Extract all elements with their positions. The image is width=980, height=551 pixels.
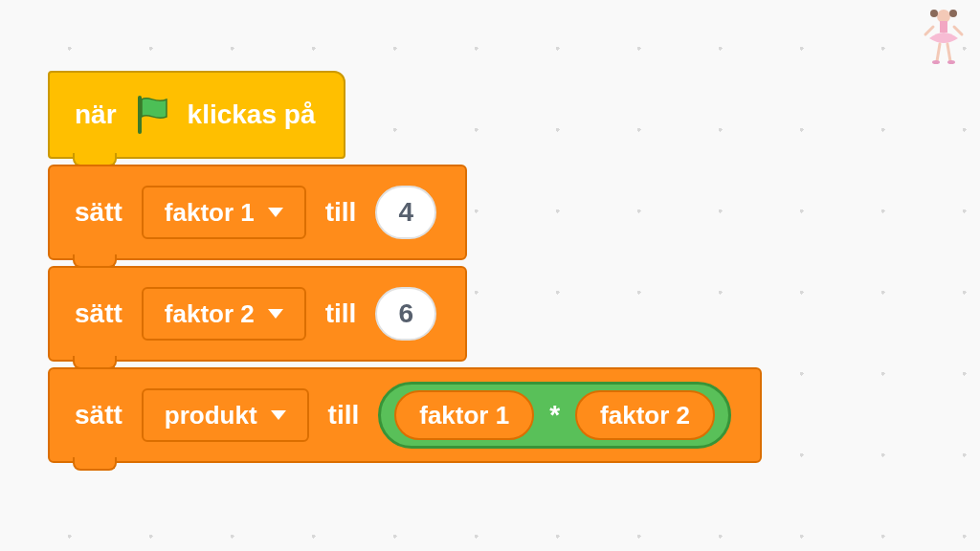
hat-suffix-label: klickas på [188, 99, 316, 130]
svg-point-8 [932, 60, 940, 64]
to-label: till [325, 197, 357, 228]
set-variable-block[interactable]: sätt faktor 2 till 6 [48, 266, 467, 362]
svg-rect-3 [940, 21, 947, 33]
variable-dropdown[interactable]: faktor 2 [142, 287, 306, 341]
svg-line-7 [947, 44, 950, 61]
number-input[interactable]: 6 [375, 287, 436, 341]
scratch-workspace[interactable]: när klickas på sätt faktor 1 till 4 sät [0, 0, 980, 551]
variable-dropdown[interactable]: produkt [142, 388, 309, 442]
to-label: till [328, 400, 360, 430]
svg-point-9 [947, 60, 955, 64]
set-label: sätt [75, 197, 122, 228]
number-input[interactable]: 4 [375, 186, 436, 239]
operator-symbol: * [549, 400, 560, 430]
block-notch [73, 457, 117, 471]
to-label: till [325, 298, 357, 329]
svg-point-2 [949, 10, 957, 17]
chevron-down-icon [268, 208, 283, 217]
variable-dropdown[interactable]: faktor 1 [142, 186, 306, 239]
sprite-thumbnail[interactable] [915, 6, 972, 65]
svg-line-4 [925, 27, 933, 34]
multiply-operator-block[interactable]: faktor 1 * faktor 2 [378, 382, 731, 449]
set-variable-block[interactable]: sätt produkt till faktor 1 * faktor 2 [48, 367, 762, 463]
chevron-down-icon [271, 410, 286, 420]
when-flag-clicked-block[interactable]: när klickas på [48, 71, 345, 159]
chevron-down-icon [268, 309, 283, 319]
svg-point-1 [930, 10, 938, 17]
dropdown-label: produkt [165, 401, 257, 430]
set-label: sätt [75, 298, 122, 329]
svg-line-5 [954, 27, 962, 34]
hat-prefix-label: när [75, 99, 117, 130]
variable-reporter[interactable]: faktor 1 [394, 390, 534, 440]
script-stack: när klickas på sätt faktor 1 till 4 sät [48, 71, 762, 463]
green-flag-icon [134, 96, 170, 134]
set-label: sätt [75, 400, 122, 430]
variable-reporter[interactable]: faktor 2 [575, 390, 715, 440]
svg-point-0 [937, 10, 950, 23]
dropdown-label: faktor 1 [165, 198, 255, 228]
dropdown-label: faktor 2 [165, 299, 255, 329]
svg-line-6 [937, 44, 940, 61]
set-variable-block[interactable]: sätt faktor 1 till 4 [48, 165, 467, 260]
